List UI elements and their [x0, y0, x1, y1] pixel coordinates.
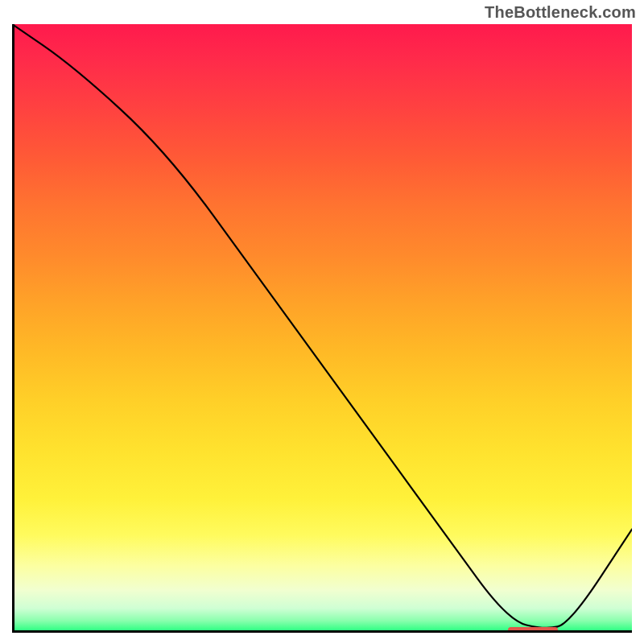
chart-root: TheBottleneck.com — [0, 0, 644, 644]
watermark-text: TheBottleneck.com — [485, 3, 636, 22]
plot-area — [12, 24, 632, 633]
optimal-region-marker — [508, 627, 558, 633]
bottleneck-curve — [12, 24, 632, 633]
plot-container — [12, 24, 632, 633]
